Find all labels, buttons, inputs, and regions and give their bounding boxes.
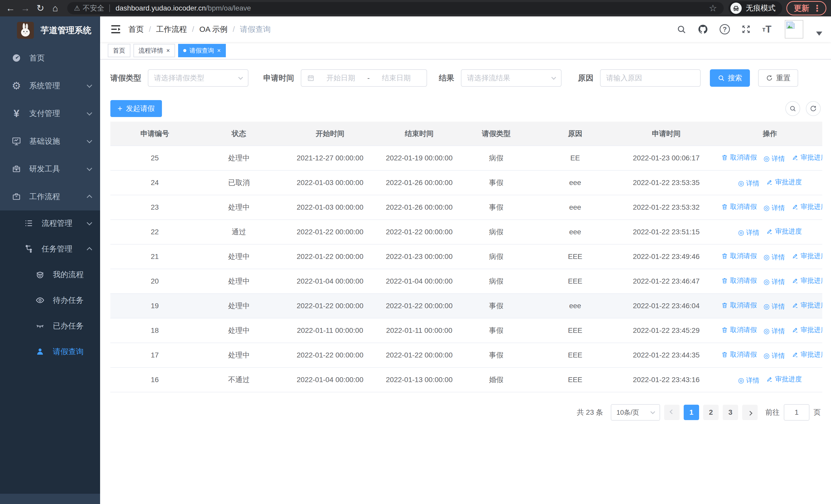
- toolbox-icon: [11, 164, 22, 174]
- cell-actions: ◎详情审批进度: [718, 170, 822, 195]
- next-page-button[interactable]: [742, 405, 757, 420]
- cell-applied: 2022-01-22 23:46:47: [615, 269, 718, 294]
- cancel-action-link[interactable]: 取消请假: [721, 251, 757, 261]
- progress-action-link[interactable]: 审批进度: [766, 227, 802, 236]
- progress-action-link[interactable]: 审批进度: [792, 325, 822, 334]
- action-label: 审批进度: [801, 153, 822, 162]
- cancel-action-link[interactable]: 取消请假: [721, 202, 757, 211]
- sidebar-item-infrastructure[interactable]: 基础设施: [0, 127, 100, 155]
- close-icon[interactable]: ×: [217, 48, 221, 54]
- progress-action-link[interactable]: 审批进度: [792, 276, 822, 285]
- sidebar-item-my-process[interactable]: 我的流程: [0, 262, 100, 288]
- user-avatar[interactable]: [785, 20, 803, 38]
- url-bar[interactable]: ⚠ 不安全 dashboard.yudao.iocoder.cn /bpm/oa…: [67, 2, 724, 14]
- detail-action-link[interactable]: ◎详情: [764, 351, 785, 360]
- progress-action-link[interactable]: 审批进度: [792, 153, 822, 162]
- sidebar-toggle-icon[interactable]: [110, 23, 122, 35]
- breadcrumb-item[interactable]: 工作流程: [156, 24, 187, 35]
- close-icon[interactable]: ×: [166, 48, 170, 54]
- face-icon: [35, 270, 45, 279]
- detail-action-link[interactable]: ◎详情: [764, 277, 785, 287]
- browser-reload-icon[interactable]: ↻: [33, 0, 48, 17]
- gear-icon: ⚙: [12, 81, 21, 91]
- cell-status: 处理中: [199, 146, 279, 170]
- cell-reason: EEE: [535, 367, 615, 392]
- sidebar-item-done-tasks[interactable]: 已办任务: [0, 313, 100, 339]
- reset-button[interactable]: 重置: [758, 69, 798, 87]
- page-button-1[interactable]: 1: [684, 405, 699, 420]
- apply-time-range-picker[interactable]: 开始日期 - 结束日期: [301, 69, 427, 87]
- sidebar-item-home[interactable]: 首页: [0, 44, 100, 72]
- progress-action-link[interactable]: 审批进度: [792, 202, 822, 211]
- tags-bar: 首页流程详情×请假查询×: [100, 42, 831, 60]
- browser-back-icon[interactable]: ←: [3, 0, 18, 17]
- show-search-icon[interactable]: [785, 101, 800, 116]
- browser-forward-icon[interactable]: →: [18, 0, 33, 17]
- reason-input[interactable]: [601, 70, 700, 86]
- chevron-right-icon: [748, 411, 752, 415]
- app-logo[interactable]: 芋道管理系统: [0, 17, 100, 44]
- tab-请假查询[interactable]: 请假查询×: [178, 44, 226, 57]
- refresh-icon[interactable]: [806, 101, 821, 116]
- progress-action-link[interactable]: 审批进度: [766, 178, 802, 186]
- sidebar-item-dev-tools[interactable]: 研发工具: [0, 155, 100, 183]
- avatar-dropdown-icon[interactable]: [816, 32, 822, 36]
- update-button[interactable]: 更新 ⋮: [786, 1, 826, 16]
- action-label: 取消请假: [730, 251, 757, 261]
- browser-menu-icon[interactable]: ⋮: [813, 4, 822, 12]
- sidebar-item-workflow[interactable]: 工作流程: [0, 183, 100, 210]
- sidebar-item-payment-mgmt[interactable]: ¥支付管理: [0, 99, 100, 127]
- progress-action-link[interactable]: 审批进度: [792, 251, 822, 261]
- progress-action-link[interactable]: 审批进度: [792, 301, 822, 310]
- create-leave-button[interactable]: + 发起请假: [110, 100, 162, 117]
- search-button[interactable]: 搜索: [710, 69, 750, 87]
- cancel-action-link[interactable]: 取消请假: [721, 153, 757, 162]
- sidebar-item-leave-query[interactable]: 请假查询: [0, 339, 100, 364]
- detail-action-link[interactable]: ◎详情: [764, 204, 785, 212]
- sidebar-item-task-mgmt[interactable]: 任务管理: [0, 236, 100, 262]
- cell-type: 事假: [457, 318, 535, 343]
- prev-page-button[interactable]: [664, 405, 680, 420]
- cell-end: 2022-01-22 00:00:00: [381, 343, 457, 367]
- user-icon: [35, 347, 45, 356]
- breadcrumb-item[interactable]: OA 示例: [199, 24, 228, 35]
- cancel-action-link[interactable]: 取消请假: [721, 301, 757, 310]
- detail-action-link[interactable]: ◎详情: [764, 327, 785, 336]
- cancel-action-link[interactable]: 取消请假: [721, 350, 757, 359]
- detail-action-link[interactable]: ◎详情: [764, 253, 785, 262]
- browser-home-icon[interactable]: ⌂: [48, 0, 63, 17]
- help-icon[interactable]: ?: [720, 24, 730, 34]
- sidebar-item-system-mgmt[interactable]: ⚙系统管理: [0, 72, 100, 99]
- sidebar-item-process-mgmt[interactable]: 流程管理: [0, 210, 100, 236]
- page-button-3[interactable]: 3: [723, 405, 738, 420]
- progress-action-link[interactable]: 审批进度: [766, 375, 802, 384]
- detail-action-link[interactable]: ◎详情: [738, 376, 760, 385]
- tab-流程详情[interactable]: 流程详情×: [134, 44, 175, 57]
- cancel-action-link[interactable]: 取消请假: [721, 325, 757, 334]
- tab-首页[interactable]: 首页: [108, 44, 131, 57]
- edit-icon: [792, 203, 799, 210]
- fullscreen-icon[interactable]: [741, 24, 751, 34]
- bookmark-star-icon[interactable]: ☆: [709, 3, 717, 13]
- cell-actions: ◎详情审批进度: [718, 220, 822, 244]
- page-size-select[interactable]: 10条/页: [611, 404, 660, 421]
- cell-start: 2022-01-11 00:00:00: [279, 318, 381, 343]
- detail-action-link[interactable]: ◎详情: [764, 302, 785, 311]
- github-icon[interactable]: [697, 24, 708, 35]
- goto-page-input[interactable]: [784, 404, 809, 421]
- sidebar-item-todo-tasks[interactable]: 待办任务: [0, 288, 100, 313]
- search-icon[interactable]: [677, 24, 686, 34]
- detail-action-link[interactable]: ◎详情: [764, 154, 785, 163]
- result-select[interactable]: 请选择流结果: [461, 69, 562, 87]
- cancel-action-link[interactable]: 取消请假: [721, 276, 757, 285]
- leave-type-select[interactable]: 请选择请假类型: [148, 69, 249, 87]
- table-header-row: 申请编号状态开始时间结束时间请假类型原因申请时间操作: [110, 122, 822, 146]
- breadcrumb-item[interactable]: 首页: [128, 24, 144, 35]
- progress-action-link[interactable]: 审批进度: [792, 350, 822, 359]
- detail-action-link[interactable]: ◎详情: [738, 228, 760, 237]
- font-size-icon[interactable]: тT: [762, 24, 771, 34]
- detail-action-link[interactable]: ◎详情: [738, 179, 760, 188]
- page-button-2[interactable]: 2: [703, 405, 719, 420]
- cell-start: 2022-01-04 00:00:00: [279, 367, 381, 392]
- action-label: 审批进度: [801, 325, 822, 334]
